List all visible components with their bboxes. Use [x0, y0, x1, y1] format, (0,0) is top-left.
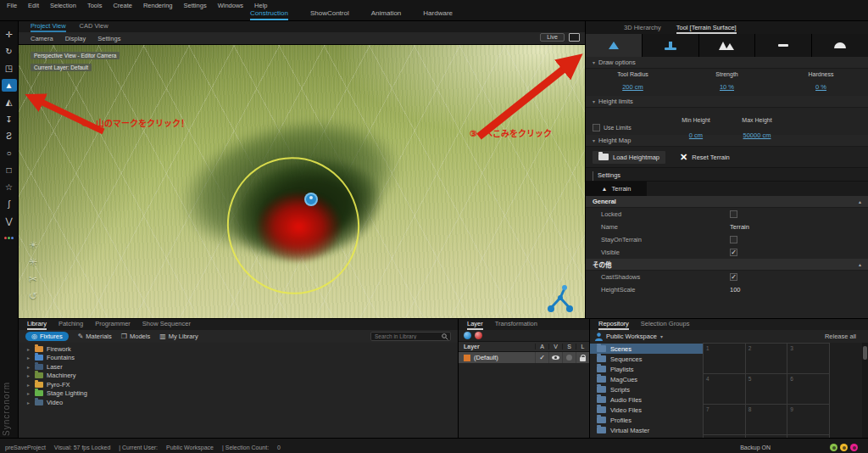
- active-check-icon[interactable]: ✓: [539, 354, 545, 361]
- repo-item-scenes[interactable]: Scenes: [590, 344, 703, 354]
- repo-item-magcues[interactable]: MagCues: [590, 374, 703, 384]
- hardness-value[interactable]: 0 %: [815, 83, 826, 91]
- effects-icon[interactable]: ✂: [29, 274, 38, 285]
- cue-slot-1[interactable]: 1: [704, 344, 746, 374]
- menu-rendering[interactable]: Rendering: [143, 2, 173, 9]
- add-layer-button[interactable]: [464, 332, 471, 339]
- layer-row[interactable]: (Default) ✓: [459, 352, 589, 363]
- terrain-flatten-tool-button[interactable]: [755, 34, 811, 57]
- library-item-laser[interactable]: ▸Laser: [19, 362, 458, 372]
- monitor-icon[interactable]: [569, 33, 580, 42]
- status-dot-yellow[interactable]: [840, 444, 848, 451]
- repo-item-scripts[interactable]: Scripts: [590, 384, 703, 394]
- other-section-header[interactable]: その他▴: [586, 259, 868, 271]
- visible-checkbox[interactable]: [730, 249, 737, 256]
- category-models[interactable]: ❒Models: [121, 333, 150, 340]
- workspace-selector[interactable]: Public Workspace: [606, 333, 657, 340]
- cue-slot-7[interactable]: 7: [704, 405, 746, 435]
- menu-edit[interactable]: Edit: [28, 2, 39, 9]
- repo-item-virtual-master[interactable]: Virtual Master: [590, 425, 703, 435]
- library-item-stage-lighting[interactable]: ▸Stage Lighting: [19, 389, 458, 399]
- library-item-firework[interactable]: ▸Firework: [19, 344, 458, 354]
- cue-slot-4[interactable]: 4: [704, 374, 746, 405]
- repo-item-playlists[interactable]: Playlists: [590, 364, 703, 374]
- name-value[interactable]: Terrain: [730, 223, 749, 231]
- menu-create[interactable]: Create: [113, 2, 132, 9]
- stayonterrain-checkbox[interactable]: [730, 236, 737, 243]
- star-tool[interactable]: ☆: [2, 181, 17, 193]
- expand-arrow-icon[interactable]: ▸: [27, 390, 31, 396]
- expand-arrow-icon[interactable]: ▸: [27, 346, 31, 352]
- tab-patching[interactable]: Patching: [58, 320, 83, 330]
- tab-showcontrol[interactable]: ShowControl: [310, 9, 349, 20]
- circle-tool[interactable]: ○: [2, 147, 17, 159]
- particles-icon[interactable]: ✳: [29, 257, 38, 268]
- lock-icon[interactable]: [580, 357, 586, 361]
- max-height-value[interactable]: 50000 cm: [743, 131, 771, 139]
- visible-eye-icon[interactable]: [552, 355, 559, 360]
- repo-item-video-files[interactable]: Video Files: [590, 405, 703, 415]
- cue-slot-5[interactable]: 5: [746, 374, 788, 405]
- library-item-fountains[interactable]: ▸Fountains: [19, 354, 458, 363]
- spline-tool[interactable]: ʃ: [2, 198, 17, 210]
- fixture-group-tool[interactable]: [2, 232, 17, 244]
- min-height-value[interactable]: 0 cm: [689, 131, 703, 139]
- menu-windows[interactable]: Windows: [218, 2, 243, 9]
- terrain-object-tab[interactable]: ▲Terrain: [586, 182, 647, 196]
- tab-settings[interactable]: Settings: [593, 171, 626, 181]
- tab-layer[interactable]: Layer: [467, 320, 483, 330]
- cue-slot-9[interactable]: 9: [787, 405, 830, 435]
- category-my-library[interactable]: ▥My Library: [159, 333, 198, 340]
- section-draw-options[interactable]: ▾Draw options: [586, 57, 868, 69]
- release-all-button[interactable]: Release all: [825, 333, 856, 340]
- scrollbar[interactable]: [862, 343, 868, 438]
- library-item-machinery[interactable]: ▸Machinery: [19, 372, 458, 381]
- tab-tool-terrain-surface[interactable]: Tool [Terrain Surface]: [676, 24, 737, 34]
- tab-programmer[interactable]: Programmer: [95, 320, 131, 330]
- search-input[interactable]: [370, 332, 451, 341]
- locked-checkbox[interactable]: [730, 210, 737, 218]
- rotate-tool[interactable]: ↻: [2, 45, 17, 58]
- reset-terrain-button[interactable]: ✕Reset Terrain: [674, 150, 736, 164]
- rectangle-tool[interactable]: □: [2, 164, 17, 176]
- cue-slot-2[interactable]: 2: [746, 344, 788, 374]
- expand-arrow-icon[interactable]: ▸: [27, 372, 31, 378]
- status-dot-green[interactable]: [830, 444, 837, 451]
- menu-help[interactable]: Help: [254, 2, 267, 9]
- general-section-header[interactable]: General▴: [586, 196, 868, 208]
- cue-slot-8[interactable]: 8: [746, 405, 788, 435]
- axis-gizmo-icon[interactable]: [544, 283, 576, 314]
- menu-tools[interactable]: Tools: [87, 2, 103, 9]
- expand-arrow-icon[interactable]: ▸: [27, 355, 31, 361]
- camera-orbit-icon[interactable]: ↺: [29, 291, 38, 302]
- viewport-menu-camera[interactable]: Camera: [31, 35, 53, 42]
- menu-file[interactable]: File: [7, 2, 17, 9]
- category-materials[interactable]: ✎Materials: [78, 333, 112, 340]
- status-dot-magenta[interactable]: [850, 444, 858, 451]
- tab-animation[interactable]: Animation: [371, 9, 402, 20]
- tool-radius-value[interactable]: 200 cm: [622, 83, 643, 91]
- castshadows-checkbox[interactable]: [730, 273, 737, 281]
- load-heightmap-button[interactable]: Load Heightmap: [593, 151, 665, 164]
- solo-icon[interactable]: [566, 355, 572, 361]
- use-limits-checkbox[interactable]: [593, 124, 600, 131]
- viewport-menu-display[interactable]: Display: [65, 35, 86, 42]
- tab-repository[interactable]: Repository: [598, 320, 629, 330]
- tab-construction[interactable]: Construction: [250, 9, 288, 20]
- view-tab-project-view[interactable]: Project View: [31, 22, 66, 32]
- terrain-mountain-tool-button[interactable]: [699, 34, 755, 57]
- repo-item-sequences[interactable]: Sequences: [590, 354, 703, 364]
- tab-library[interactable]: Library: [27, 320, 47, 330]
- tab-selection-groups[interactable]: Selection Groups: [641, 320, 690, 330]
- move-tool[interactable]: ✛: [2, 28, 17, 41]
- scrollbar-thumb[interactable]: [863, 346, 867, 360]
- remove-layer-button[interactable]: [475, 332, 482, 339]
- layer-color-swatch[interactable]: [464, 355, 470, 361]
- menu-selection[interactable]: Selection: [50, 2, 76, 9]
- tab-hardware[interactable]: Hardware: [423, 9, 453, 20]
- scale-tool[interactable]: ◳: [2, 62, 17, 75]
- terrain-lower-tool-button[interactable]: [643, 34, 698, 57]
- terrain-paint-tool[interactable]: ◭: [2, 96, 17, 109]
- view-tab-cad-view[interactable]: CAD View: [80, 22, 108, 32]
- terrain-smooth-tool-button[interactable]: [812, 34, 868, 57]
